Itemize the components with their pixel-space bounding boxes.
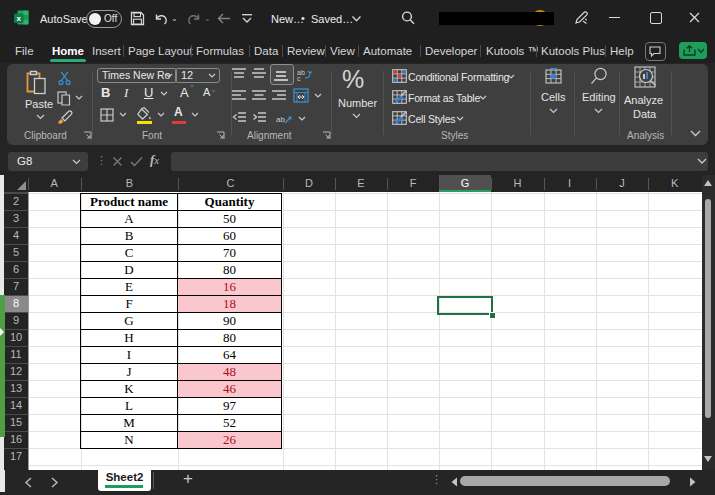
- svg-text:ab: ab: [276, 115, 285, 124]
- svg-text:c: c: [297, 75, 301, 81]
- svg-text:x: x: [16, 14, 21, 23]
